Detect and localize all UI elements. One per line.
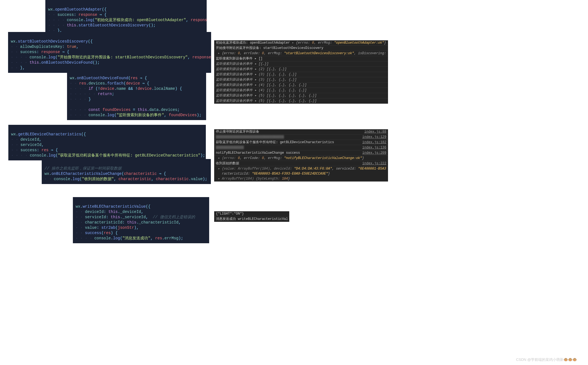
log-row: 开始搜寻附近的蓝牙外围设备: startBluetoothDevicesDisc… [214,46,388,51]
watermark: CSDN @学前端的菜鸡小萌新🐵🐵🐵 [516,357,577,362]
t: log [113,236,120,240]
t: 监听搜索到新设备的事件 ▸ [{…}] [216,62,269,66]
t: . [16,39,18,44]
t: response [192,55,211,59]
t: · · · · [11,55,29,59]
t: , [186,18,191,22]
t: "监听搜索到新设备的事件" [117,113,164,117]
t: const [88,108,100,112]
t: ; [112,92,114,96]
t: ⇒ { [97,13,107,17]
t: · · [48,13,58,17]
t: ( [55,55,58,59]
t [100,108,102,112]
t: response [41,50,60,54]
t: allowDuplicatesKey [20,44,62,49]
t: res [130,76,137,80]
t: , [164,113,169,117]
t: log [48,153,55,158]
t: · · · · [11,60,29,65]
t: _characteristicId [139,220,179,225]
t: : [74,13,78,17]
t: ( [120,236,122,240]
t: "开始搜寻附近的蓝牙外围设备: startBluetoothDevicesDis… [58,55,188,59]
t: name [117,86,126,91]
t: this [111,215,120,219]
log-row: 收到原始的数据index.js:222 [214,161,388,166]
t: _serviceId [122,215,146,219]
t: · · [11,137,21,142]
t: . [76,23,78,28]
t: ( [123,81,126,86]
t: 监听搜索到新设备的事件 ▸ (3) [{…}, {…}, {…}] [216,73,297,76]
log-row: {"LIGHT":"ON"} [214,211,289,217]
t: writeBLECharacteristicValue [83,204,146,209]
t: · · [11,44,20,49]
code-block-2: wx.startBluetoothDevicesDiscovery({ · · … [8,32,211,73]
t: console [67,18,83,22]
t: ); [197,113,202,117]
t: · · · · [48,23,67,28]
t: "获取蓝牙低功耗设备某个服务中所有特征: getBLEDeviceCharact… [58,153,200,158]
t: // 操作之前先监听，保证第一时间获取数据 [45,166,122,171]
t: ); [179,236,183,240]
t: device [138,86,152,91]
source-link[interactable]: index.js:222 [362,161,386,166]
source-link[interactable]: index.js:129 [362,135,386,140]
t: deviceId [85,210,104,214]
console-output-1: 初始化蓝牙模块成功: openBluetoothAdapter ▸ {errno… [214,40,388,104]
log-row: 监听搜索到新设备的事件 ▸ (2) [{…}, {…}] [214,67,388,72]
chevron-right-icon: ▸ [216,51,222,55]
t: · · · · [11,153,30,158]
t: ⇒ { [48,148,58,152]
t: success [85,231,102,235]
t: . [114,86,117,91]
log-row: 初始化蓝牙模块成功: openBluetoothAdapter ▸ {errno… [214,40,388,46]
t: characteristic [118,177,151,181]
t: wx [45,172,49,176]
log-row: ▸ {value: ArrayBuffer(104), deviceId: "D… [214,166,388,171]
t: localName [154,86,175,91]
t: · · · · [48,18,67,22]
t: res [79,81,86,86]
t: characteristic [124,172,157,176]
redacted-text: ██████████████████████████████████ [216,135,360,140]
t: true [67,44,76,49]
t: console [30,153,46,158]
log-row: 监听搜索到新设备的事件 ▸ [{…}] [214,61,388,67]
log-row: racteristicId: "6E400003-B5A3-F393-E0A9-… [214,171,388,176]
t: characteristicId [85,220,122,225]
t: console [54,177,70,181]
t: . [120,215,122,219]
t: , [41,143,44,147]
t: ⇒ { [138,76,147,80]
t: . [147,108,149,112]
t: 初始化蓝牙模块成功: openBluetoothAdapter [216,41,292,45]
t: log [85,18,92,22]
log-row: notifyBLECharacteristicValueChange succe… [214,150,388,156]
t: value [191,177,203,181]
t: serviceId [21,143,42,147]
t: , [179,220,181,225]
t: log [48,55,55,59]
t: · · [76,225,85,230]
t: · · [76,215,85,219]
source-link[interactable]: index.js:88 [364,129,386,134]
t: · · [11,148,21,152]
t: "收到原始的数据" [82,177,114,181]
chevron-right-icon: ▸ ArrayBuffer(104) {byteLength: [216,177,282,181]
t: ({ [88,39,93,44]
t: onBLECharacteristicValueChange [51,172,122,176]
t: ⇒ { [140,81,149,86]
t: wx [11,39,16,44]
chevron-right-icon: ▸ {errno: [216,156,238,160]
source-link[interactable]: index.js:209 [362,150,386,155]
t: errMsg [164,236,178,240]
t: serviceId [85,215,106,219]
source-link[interactable]: index.js:136 [362,145,386,150]
t: : [62,44,67,49]
log-row: ██████████████index.js:136 [214,145,388,150]
t: , [146,215,153,219]
t: 监听搜索到新设备的事件 ▸ [] [216,57,263,61]
source-link[interactable]: index.js:182 [362,140,386,145]
